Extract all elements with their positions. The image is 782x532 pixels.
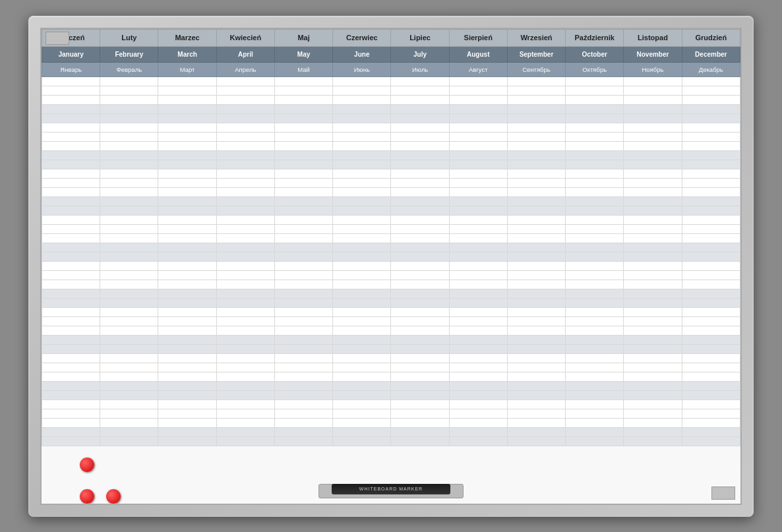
month-polish: Czerwiec — [333, 29, 391, 46]
month-polish: Kwiecień — [216, 29, 274, 46]
table-row — [42, 243, 740, 252]
table-row — [42, 187, 740, 196]
table-row — [42, 372, 740, 381]
calendar-table: StyczeńLutyMarzecKwiecieńMajCzerwiecLipi… — [42, 29, 740, 446]
table-row — [42, 363, 740, 372]
table-row — [42, 169, 740, 178]
table-row — [42, 206, 740, 215]
whiteboard-frame: StyczeńLutyMarzecKwiecieńMajCzerwiecLipi… — [40, 28, 742, 505]
table-row — [42, 270, 740, 280]
month-english: October — [566, 46, 624, 62]
month-russian: Апрель — [216, 62, 274, 76]
table-row — [42, 418, 740, 427]
table-row — [42, 427, 740, 436]
table-row — [42, 280, 740, 289]
month-english: November — [624, 46, 682, 62]
month-english: July — [391, 46, 449, 62]
month-polish: Listopad — [624, 29, 682, 46]
table-row — [42, 113, 740, 123]
month-russian: Март — [158, 62, 216, 76]
month-english: February — [100, 46, 158, 62]
table-row — [42, 150, 740, 160]
month-russian: Октябрь — [566, 62, 624, 76]
month-russian: Август — [449, 62, 507, 76]
table-row — [42, 261, 740, 270]
month-polish: Marzec — [158, 29, 216, 46]
table-row — [42, 76, 740, 86]
month-russian: Ноябрь — [624, 62, 682, 76]
month-polish: Grudzień — [682, 29, 740, 46]
table-row — [42, 409, 740, 418]
month-english: August — [449, 46, 507, 62]
month-english: May — [274, 46, 332, 62]
table-row — [42, 316, 740, 326]
table-row — [42, 326, 740, 335]
table-row — [42, 298, 740, 307]
table-row — [42, 123, 740, 132]
table-row — [42, 307, 740, 316]
month-polish: Październik — [566, 29, 624, 46]
magnet-3 — [106, 489, 121, 504]
month-polish: Maj — [274, 29, 332, 46]
month-english: September — [507, 46, 565, 62]
month-english: March — [158, 46, 216, 62]
month-polish: Wrzesień — [507, 29, 565, 46]
month-russian: Январь — [42, 62, 100, 76]
month-english: June — [333, 46, 391, 62]
table-row — [42, 289, 740, 298]
month-russian: Май — [274, 62, 332, 76]
table-row — [42, 344, 740, 353]
table-row — [42, 86, 740, 95]
table-row — [42, 160, 740, 169]
table-row — [42, 335, 740, 344]
table-row — [42, 353, 740, 363]
table-row — [42, 224, 740, 233]
month-polish: Lipiec — [391, 29, 449, 46]
month-english: December — [682, 46, 740, 62]
table-row — [42, 215, 740, 224]
whiteboard-outer: StyczeńLutyMarzecKwiecieńMajCzerwiecLipi… — [28, 16, 754, 517]
table-row — [42, 399, 740, 409]
table-row — [42, 252, 740, 261]
month-polish: Luty — [100, 29, 158, 46]
table-row — [42, 178, 740, 187]
month-russian: Июнь — [333, 62, 391, 76]
month-russian: Февраль — [100, 62, 158, 76]
table-row — [42, 141, 740, 150]
table-row — [42, 104, 740, 113]
table-row — [42, 436, 740, 446]
month-russian: Декабрь — [682, 62, 740, 76]
month-russian: Июль — [391, 62, 449, 76]
month-russian: Сентябрь — [507, 62, 565, 76]
month-english: January — [42, 46, 100, 62]
month-polish: Sierpień — [449, 29, 507, 46]
table-row — [42, 233, 740, 243]
table-row — [42, 390, 740, 399]
month-english: April — [216, 46, 274, 62]
logo-top-left — [45, 32, 69, 45]
table-row — [42, 196, 740, 206]
magnet-1 — [80, 458, 94, 472]
table-row — [42, 381, 740, 390]
pen-label: WHITEBOARD MARKER — [332, 484, 450, 494]
magnet-2 — [80, 489, 94, 504]
logo-bottom-right — [711, 487, 735, 500]
table-row — [42, 95, 740, 104]
table-row — [42, 132, 740, 141]
